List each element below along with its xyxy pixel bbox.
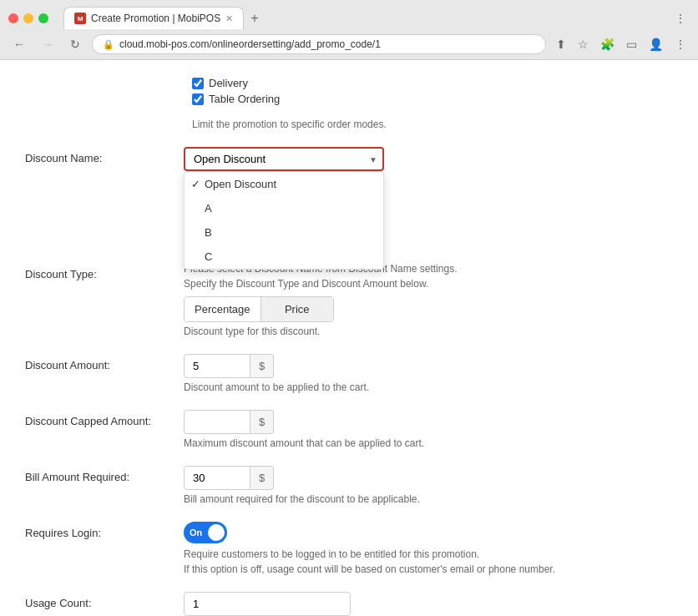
table-ordering-checkbox[interactable] <box>192 93 204 105</box>
discount-amount-input-group: $ <box>184 354 673 378</box>
browser-menu-btn[interactable]: ⋮ <box>671 10 690 27</box>
delivery-checkbox-item[interactable]: Delivery <box>192 77 673 89</box>
discount-capped-symbol: $ <box>250 410 274 434</box>
toggle-on-text: On <box>190 528 202 538</box>
bookmark-icon[interactable]: ☆ <box>574 36 592 53</box>
limit-note: Limit the promotion to specific order mo… <box>25 119 673 130</box>
tab-close-btn[interactable]: ✕ <box>225 13 233 24</box>
discount-type-row: Discount Type: Please select a Discount … <box>25 263 673 337</box>
discount-capped-row: Discount Capped Amount: $ Maximum discou… <box>25 410 673 449</box>
discount-type-field: Please select a Discount Name from Disco… <box>184 263 673 337</box>
price-toggle-btn[interactable]: Price <box>261 297 334 321</box>
discount-capped-hint: Maximum discount amount that can be appl… <box>184 437 673 449</box>
active-tab[interactable]: M Create Promotion | MobiPOS ✕ <box>63 7 244 29</box>
page-content: Delivery Table Ordering Limit the promot… <box>0 60 698 616</box>
discount-capped-label: Discount Capped Amount: <box>25 410 184 427</box>
requires-login-hint1: Require customers to be logged in to be … <box>184 548 673 560</box>
discount-type-hint2: Specify the Discount Type and Discount A… <box>184 278 673 290</box>
bill-amount-label: Bill Amount Required: <box>25 466 184 483</box>
discount-type-toggle: Percentage Price <box>184 296 334 322</box>
discount-amount-symbol: $ <box>250 354 274 378</box>
discount-amount-row: Discount Amount: $ Discount amount to be… <box>25 354 673 393</box>
usage-count-label: Usage Count: <box>25 592 184 609</box>
requires-login-row: Requires Login: On Require customers to … <box>25 522 673 575</box>
favicon-icon: M <box>74 13 86 24</box>
dropdown-option-a[interactable]: A <box>185 196 383 220</box>
lock-icon: 🔒 <box>103 39 114 50</box>
table-ordering-checkbox-item[interactable]: Table Ordering <box>192 93 673 105</box>
percentage-toggle-btn[interactable]: Percentage <box>185 297 261 321</box>
discount-type-hint3: Discount type for this discount. <box>184 326 673 337</box>
discount-name-row: Discount Name: Open Discount ▼ Open Disc… <box>25 147 673 171</box>
delivery-checkbox[interactable] <box>192 78 204 89</box>
usage-count-input[interactable] <box>184 592 351 616</box>
address-bar[interactable]: 🔒 cloud.mobi-pos.com/onlineordersetting/… <box>92 34 546 54</box>
window-maximize-btn[interactable] <box>38 13 48 23</box>
svg-text:M: M <box>78 15 83 23</box>
dropdown-selected-value: Open Discount <box>194 153 266 165</box>
table-ordering-label: Table Ordering <box>209 93 280 105</box>
requires-login-hint2: If this option is off, usage count will … <box>184 563 673 575</box>
forward-button[interactable]: → <box>37 36 58 53</box>
browser-settings-icon[interactable]: ⋮ <box>671 36 690 53</box>
requires-login-label: Requires Login: <box>25 522 184 539</box>
discount-amount-hint: Discount amount to be applied to the car… <box>184 381 673 393</box>
dropdown-option-open-discount[interactable]: Open Discount <box>185 172 383 196</box>
requires-login-toggle[interactable]: On <box>184 522 227 543</box>
discount-name-menu: Open Discount A B C <box>184 171 384 270</box>
refresh-button[interactable]: ↻ <box>65 36 85 53</box>
sidebar-toggle-icon[interactable]: ▭ <box>623 36 640 53</box>
window-minimize-btn[interactable] <box>23 13 33 23</box>
requires-login-toggle-container: On <box>184 522 673 543</box>
bill-amount-hint: Bill amount required for the discount to… <box>184 493 673 505</box>
order-modes-checkboxes: Delivery Table Ordering <box>25 77 673 105</box>
window-close-btn[interactable] <box>8 13 18 23</box>
discount-name-dropdown[interactable]: Open Discount ▼ <box>184 147 384 171</box>
new-tab-button[interactable]: + <box>244 8 265 29</box>
discount-amount-input[interactable] <box>184 354 250 378</box>
bill-amount-input[interactable] <box>184 466 250 490</box>
bill-amount-input-group: $ <box>184 466 673 490</box>
bill-amount-field: $ Bill amount required for the discount … <box>184 466 673 505</box>
delivery-label: Delivery <box>209 77 248 89</box>
extensions-icon[interactable]: 🧩 <box>597 36 618 53</box>
discount-capped-input-group: $ <box>184 410 673 434</box>
url-text: cloud.mobi-pos.com/onlineordersetting/ad… <box>119 38 381 50</box>
usage-count-row: Usage Count: Leaving it as empty or 0 in… <box>25 592 673 616</box>
discount-capped-field: $ Maximum discount amount that can be ap… <box>184 410 673 449</box>
share-icon[interactable]: ⬆ <box>553 36 569 53</box>
discount-name-label: Discount Name: <box>25 147 184 164</box>
bill-amount-row: Bill Amount Required: $ Bill amount requ… <box>25 466 673 505</box>
discount-amount-label: Discount Amount: <box>25 354 184 371</box>
back-button[interactable]: ← <box>8 36 30 53</box>
toggle-knob <box>208 524 225 541</box>
discount-amount-field: $ Discount amount to be applied to the c… <box>184 354 673 393</box>
bill-amount-symbol: $ <box>250 466 274 490</box>
profile-icon[interactable]: 👤 <box>645 36 666 53</box>
dropdown-arrow-icon: ▼ <box>369 154 377 164</box>
discount-name-field: Open Discount ▼ Open Discount A B C <box>184 147 673 171</box>
usage-count-field: Leaving it as empty or 0 indicates this … <box>184 592 673 616</box>
discount-type-label: Discount Type: <box>25 263 184 280</box>
tab-title: Create Promotion | MobiPOS <box>91 13 220 24</box>
dropdown-option-b[interactable]: B <box>185 220 383 245</box>
discount-name-select-container: Open Discount ▼ Open Discount A B C <box>184 147 384 171</box>
discount-capped-input[interactable] <box>184 410 250 434</box>
requires-login-field: On Require customers to be logged in to … <box>184 522 673 575</box>
dropdown-option-c[interactable]: C <box>185 245 383 269</box>
